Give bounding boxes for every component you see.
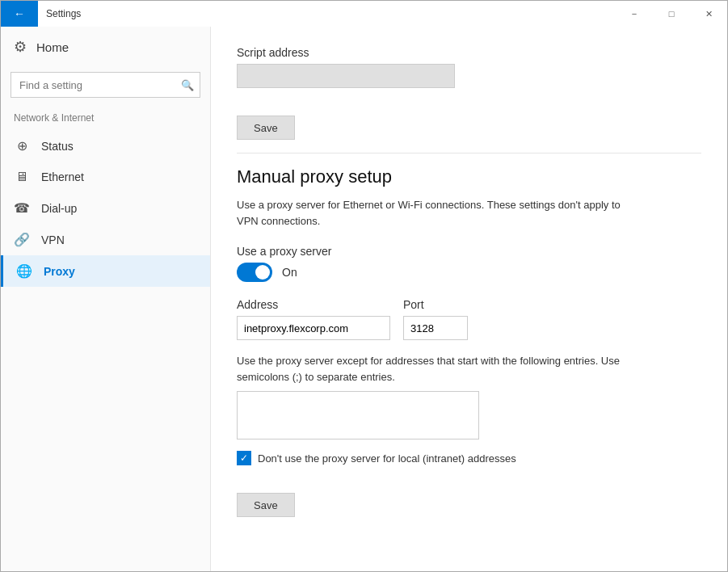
port-input[interactable]: [403, 316, 468, 340]
address-label: Address: [237, 298, 390, 311]
window-title: Settings: [46, 8, 81, 19]
window-controls: − □ ✕: [616, 1, 727, 27]
home-label: Home: [36, 40, 69, 54]
local-checkbox[interactable]: ✓: [237, 451, 251, 465]
script-address-input[interactable]: [237, 64, 455, 88]
search-input[interactable]: [11, 72, 200, 98]
title-bar-left: ← Settings: [1, 1, 616, 27]
port-label: Port: [403, 298, 468, 311]
sidebar-item-proxy[interactable]: 🌐 Proxy: [1, 255, 210, 287]
local-checkbox-row[interactable]: ✓ Don't use the proxy server for local (…: [237, 451, 701, 465]
sidebar-item-ethernet-label: Ethernet: [41, 170, 84, 183]
content-area: ⚙ Home 🔍 Network & Internet ⊕ Status 🖥 E…: [1, 27, 727, 571]
title-bar: ← Settings − □ ✕: [1, 1, 727, 27]
sidebar-item-proxy-label: Proxy: [44, 265, 75, 278]
main-window: ← Settings − □ ✕ ⚙ Home 🔍 Network & Inte…: [0, 0, 728, 572]
proxy-toggle[interactable]: [237, 263, 272, 282]
toggle-state-label: On: [282, 266, 297, 279]
sidebar-item-vpn-label: VPN: [41, 233, 65, 246]
manual-save-button[interactable]: Save: [237, 493, 295, 517]
script-save-button[interactable]: Save: [237, 116, 295, 140]
script-address-section: Script address: [237, 46, 701, 88]
manual-proxy-section: Manual proxy setup Use a proxy server fo…: [237, 166, 701, 517]
sidebar: ⚙ Home 🔍 Network & Internet ⊕ Status 🖥 E…: [1, 27, 211, 571]
proxy-icon: 🌐: [16, 263, 32, 279]
dialup-icon: ☎: [14, 200, 30, 216]
script-address-label: Script address: [237, 46, 701, 59]
search-box: 🔍: [11, 72, 200, 98]
manual-proxy-desc: Use a proxy server for Ethernet or Wi-Fi…: [237, 197, 625, 229]
exceptions-desc: Use the proxy server except for addresse…: [237, 353, 625, 385]
back-arrow-icon: ←: [14, 7, 25, 20]
divider: [237, 153, 701, 154]
home-icon: ⚙: [14, 38, 27, 56]
ethernet-icon: 🖥: [14, 170, 30, 184]
port-field-group: Port: [403, 298, 468, 340]
sidebar-item-status-label: Status: [41, 140, 74, 153]
close-button[interactable]: ✕: [690, 1, 727, 27]
toggle-knob: [255, 265, 270, 280]
search-icon: 🔍: [181, 79, 194, 91]
use-proxy-label: Use a proxy server: [237, 245, 701, 258]
address-input[interactable]: [237, 316, 390, 340]
minimize-button[interactable]: −: [616, 1, 653, 27]
manual-proxy-heading: Manual proxy setup: [237, 166, 701, 187]
home-nav-item[interactable]: ⚙ Home: [1, 27, 210, 67]
toggle-row: On: [237, 263, 701, 282]
nav-section-label: Network & Internet: [1, 109, 210, 130]
sidebar-item-status[interactable]: ⊕ Status: [1, 130, 210, 162]
sidebar-item-ethernet[interactable]: 🖥 Ethernet: [1, 162, 210, 192]
sidebar-item-vpn[interactable]: 🔗 VPN: [1, 224, 210, 255]
back-button[interactable]: ←: [1, 1, 38, 27]
address-port-row: Address Port: [237, 298, 701, 340]
sidebar-item-dialup-label: Dial-up: [41, 202, 77, 215]
maximize-button[interactable]: □: [653, 1, 690, 27]
exceptions-input[interactable]: [237, 391, 479, 440]
status-icon: ⊕: [14, 138, 30, 154]
main-content: Script address Save Manual proxy setup U…: [211, 27, 727, 571]
sidebar-item-dialup[interactable]: ☎ Dial-up: [1, 192, 210, 224]
local-checkbox-label: Don't use the proxy server for local (in…: [258, 452, 516, 465]
checkmark-icon: ✓: [240, 453, 248, 463]
address-field-group: Address: [237, 298, 390, 340]
vpn-icon: 🔗: [14, 232, 30, 247]
